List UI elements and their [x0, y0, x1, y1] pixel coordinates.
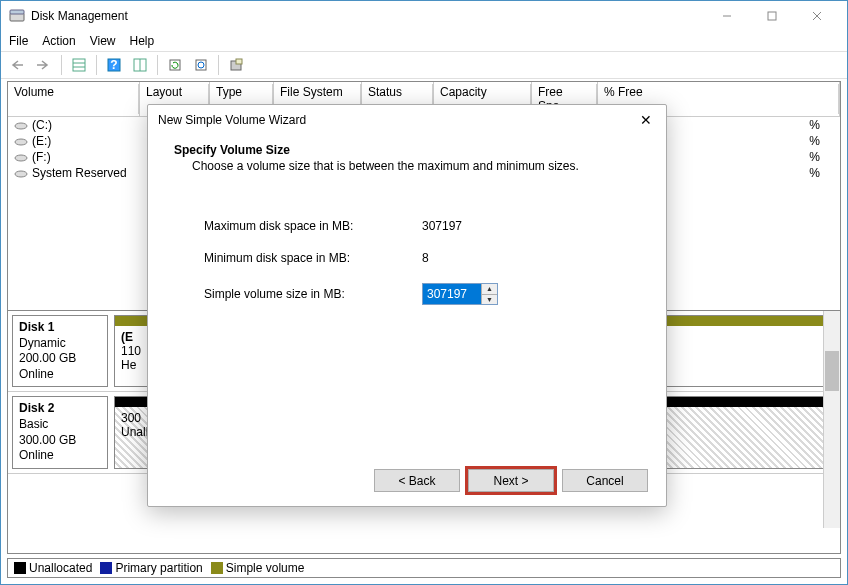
refresh-icon[interactable]	[164, 54, 186, 76]
legend: Unallocated Primary partition Simple vol…	[7, 558, 841, 578]
wizard-buttons: < Back Next > Cancel	[374, 469, 648, 492]
col-volume[interactable]: Volume	[8, 82, 140, 116]
scrollbar[interactable]	[823, 311, 840, 528]
menubar: File Action View Help	[1, 31, 847, 51]
disk-status: Online	[19, 367, 101, 383]
svg-point-21	[15, 171, 27, 177]
app-icon	[9, 8, 25, 24]
menu-file[interactable]: File	[9, 34, 28, 48]
svg-text:?: ?	[110, 58, 117, 72]
volume-icon	[14, 152, 28, 162]
help-icon[interactable]: ?	[103, 54, 125, 76]
titlebar: Disk Management	[1, 1, 847, 31]
disk-name: Disk 1	[19, 320, 101, 336]
max-size-value: 307197	[422, 219, 462, 233]
min-size-value: 8	[422, 251, 429, 265]
cancel-button[interactable]: Cancel	[562, 469, 648, 492]
spinner-down-icon[interactable]: ▼	[481, 295, 497, 305]
disk-size: 200.00 GB	[19, 351, 101, 367]
volume-icon	[14, 136, 28, 146]
next-button[interactable]: Next >	[468, 469, 554, 492]
volume-icon	[14, 168, 28, 178]
maximize-button[interactable]	[749, 1, 794, 31]
new-volume-wizard-dialog: New Simple Volume Wizard ✕ Specify Volum…	[147, 104, 667, 507]
rescan-icon[interactable]	[190, 54, 212, 76]
toolbar: ?	[1, 51, 847, 79]
svg-point-19	[15, 139, 27, 145]
svg-rect-3	[768, 12, 776, 20]
disk-type: Basic	[19, 417, 101, 433]
table-view-icon[interactable]	[68, 54, 90, 76]
volume-pct: %	[809, 166, 834, 180]
svg-rect-6	[73, 59, 85, 71]
minimize-button[interactable]	[704, 1, 749, 31]
close-button[interactable]	[794, 1, 839, 31]
legend-simple: Simple volume	[211, 561, 305, 575]
dialog-close-icon[interactable]: ✕	[636, 112, 656, 128]
scrollbar-thumb[interactable]	[825, 351, 839, 391]
volume-size-input[interactable]	[423, 284, 481, 304]
svg-point-18	[15, 123, 27, 129]
back-button[interactable]: < Back	[374, 469, 460, 492]
volume-size-label: Simple volume size in MB:	[204, 287, 422, 301]
wizard-heading: Specify Volume Size	[174, 143, 640, 157]
forward-icon[interactable]	[33, 54, 55, 76]
disk-status: Online	[19, 448, 101, 464]
menu-action[interactable]: Action	[42, 34, 75, 48]
legend-unallocated: Unallocated	[14, 561, 92, 575]
dialog-title: New Simple Volume Wizard	[158, 113, 306, 127]
min-size-label: Minimum disk space in MB:	[204, 251, 422, 265]
volume-name: (E:)	[32, 134, 51, 148]
disk-label[interactable]: Disk 2 Basic 300.00 GB Online	[12, 396, 108, 468]
settings-view-icon[interactable]	[129, 54, 151, 76]
disk-size: 300.00 GB	[19, 433, 101, 449]
volume-icon	[14, 120, 28, 130]
svg-point-20	[15, 155, 27, 161]
max-size-label: Maximum disk space in MB:	[204, 219, 422, 233]
volume-pct: %	[809, 134, 834, 148]
svg-rect-1	[10, 10, 24, 14]
max-size-row: Maximum disk space in MB: 307197	[204, 219, 640, 233]
spinner-up-icon[interactable]: ▲	[481, 284, 497, 295]
volume-pct: %	[809, 150, 834, 164]
wizard-subheading: Choose a volume size that is between the…	[192, 159, 640, 173]
legend-primary: Primary partition	[100, 561, 202, 575]
disk-type: Dynamic	[19, 336, 101, 352]
window-controls	[704, 1, 839, 31]
back-icon[interactable]	[7, 54, 29, 76]
volume-name: System Reserved	[32, 166, 127, 180]
disk-label[interactable]: Disk 1 Dynamic 200.00 GB Online	[12, 315, 108, 387]
dialog-titlebar: New Simple Volume Wizard ✕	[148, 105, 666, 135]
volume-pct: %	[809, 118, 834, 132]
svg-rect-17	[236, 59, 242, 64]
volume-size-spinner[interactable]: ▲ ▼	[422, 283, 498, 305]
window-title: Disk Management	[31, 9, 704, 23]
volume-name: (F:)	[32, 150, 51, 164]
min-size-row: Minimum disk space in MB: 8	[204, 251, 640, 265]
properties-icon[interactable]	[225, 54, 247, 76]
menu-view[interactable]: View	[90, 34, 116, 48]
volume-name: (C:)	[32, 118, 52, 132]
disk-name: Disk 2	[19, 401, 101, 417]
menu-help[interactable]: Help	[130, 34, 155, 48]
volume-size-row: Simple volume size in MB: ▲ ▼	[204, 283, 640, 305]
